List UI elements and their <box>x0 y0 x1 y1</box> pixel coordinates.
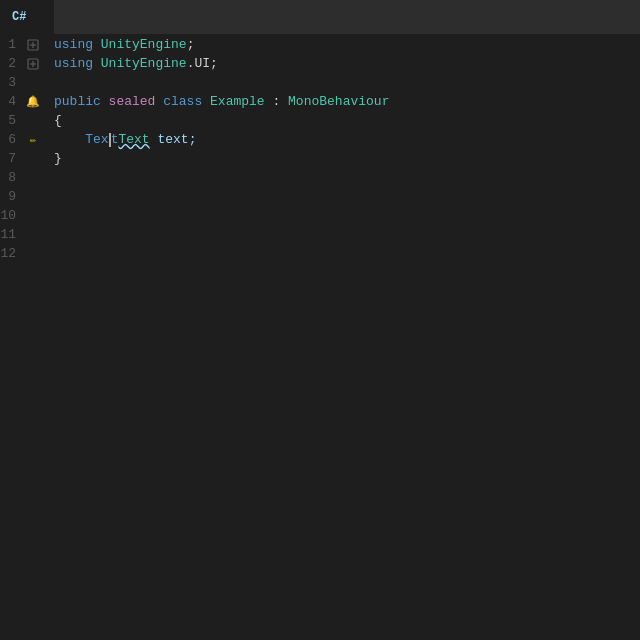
gutter-row: 7 <box>0 149 50 168</box>
code-line <box>54 225 640 244</box>
gutter-row: 10 <box>0 206 50 225</box>
code-line <box>54 73 640 92</box>
token: UnityEngine <box>101 35 187 54</box>
code-line <box>54 168 640 187</box>
code-line: TextText text; <box>54 130 640 149</box>
token: text; <box>150 130 197 149</box>
line-number: 9 <box>0 189 24 204</box>
token: Tex <box>85 130 108 149</box>
token: } <box>54 149 62 168</box>
code-line: using UnityEngine; <box>54 35 640 54</box>
gutter-row: 3 <box>0 73 50 92</box>
line-number: 11 <box>0 227 24 242</box>
code-content[interactable]: using UnityEngine;using UnityEngine.UI;p… <box>50 35 640 640</box>
line-number: 8 <box>0 170 24 185</box>
gutter-row: 5 <box>0 111 50 130</box>
token: t <box>111 130 119 149</box>
code-line: } <box>54 149 640 168</box>
code-line: using UnityEngine.UI; <box>54 54 640 73</box>
token: Example <box>210 92 265 111</box>
pencil-icon: ✏ <box>24 133 42 146</box>
tab-bar: C# <box>0 0 640 35</box>
token: sealed <box>109 92 164 111</box>
line-number: 7 <box>0 151 24 166</box>
tab-example-cs[interactable]: C# <box>0 0 55 34</box>
line-number: 6 <box>0 132 24 147</box>
token: .UI; <box>187 54 218 73</box>
line-number: 12 <box>0 246 24 261</box>
gutter-row: 2 <box>0 54 50 73</box>
token: UnityEngine <box>101 54 187 73</box>
line-number: 5 <box>0 113 24 128</box>
token: : <box>265 92 288 111</box>
gutter-row: 1 <box>0 35 50 54</box>
code-line <box>54 187 640 206</box>
line-gutter: 1234🔔56✏789101112 <box>0 35 50 640</box>
line-number: 10 <box>0 208 24 223</box>
token: class <box>163 92 210 111</box>
token: Text <box>118 130 149 149</box>
line-number: 1 <box>0 37 24 52</box>
code-line <box>54 206 640 225</box>
gutter-row: 8 <box>0 168 50 187</box>
fold-icon <box>24 58 42 70</box>
token: ; <box>187 35 195 54</box>
line-number: 2 <box>0 56 24 71</box>
csharp-icon: C# <box>12 10 26 24</box>
fold-icon <box>24 39 42 51</box>
line-number: 4 <box>0 94 24 109</box>
token: using <box>54 35 101 54</box>
gutter-row: 9 <box>0 187 50 206</box>
gutter-row: 11 <box>0 225 50 244</box>
token: MonoBehaviour <box>288 92 389 111</box>
token: using <box>54 54 101 73</box>
token: public <box>54 92 109 111</box>
editor-area: 1234🔔56✏789101112 using UnityEngine;usin… <box>0 35 640 640</box>
gutter-row: 6✏ <box>0 130 50 149</box>
code-line: public sealed class Example : MonoBehavi… <box>54 92 640 111</box>
code-line: { <box>54 111 640 130</box>
bell-icon: 🔔 <box>24 95 42 108</box>
gutter-row: 4🔔 <box>0 92 50 111</box>
line-number: 3 <box>0 75 24 90</box>
gutter-row: 12 <box>0 244 50 263</box>
code-line <box>54 244 640 263</box>
token: { <box>54 111 62 130</box>
